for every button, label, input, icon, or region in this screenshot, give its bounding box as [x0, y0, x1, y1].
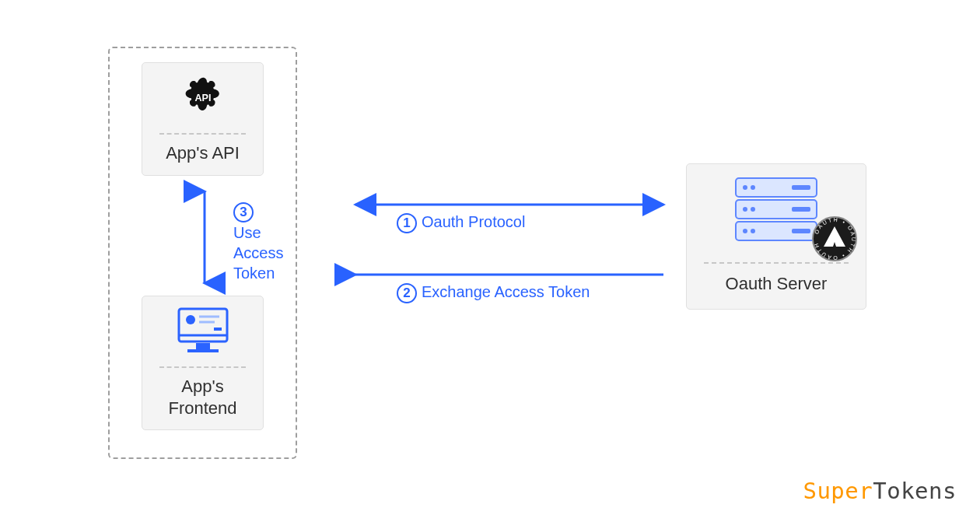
step-1-number: 1: [397, 213, 417, 233]
logo-part1: Super: [803, 478, 873, 504]
svg-rect-4: [187, 349, 219, 352]
arrow-use-token: [196, 188, 213, 286]
frontend-card-label-line2: Frontend: [168, 398, 236, 418]
svg-point-5: [186, 315, 195, 324]
svg-point-17: [751, 229, 755, 233]
svg-rect-8: [214, 328, 222, 331]
step-1-label: 1Oauth Protocol: [397, 213, 525, 233]
arrow-oauth-protocol: [352, 196, 667, 213]
svg-point-15: [751, 207, 755, 212]
oauth-server-card: OAUTH • OAUTH • OAUTH Oauth Server: [686, 163, 866, 310]
svg-point-14: [743, 207, 747, 212]
step-3-text-2: Access: [233, 244, 283, 261]
step-3-text-3: Token: [233, 265, 275, 282]
api-card-label: App's API: [142, 142, 263, 164]
svg-rect-19: [792, 207, 810, 212]
monitor-icon: [142, 296, 263, 365]
supertokens-logo: SuperTokens: [803, 478, 957, 504]
svg-rect-3: [196, 343, 210, 349]
server-stack-icon: OAUTH • OAUTH • OAUTH: [687, 164, 866, 258]
apps-api-card: API App's API: [142, 62, 264, 176]
svg-point-13: [751, 185, 755, 190]
step-2-label: 2Exchange Access Token: [397, 283, 590, 303]
svg-point-12: [743, 185, 747, 190]
svg-rect-20: [792, 229, 810, 233]
apps-frontend-card: App's Frontend: [142, 296, 264, 430]
frontend-card-label-line1: App's: [181, 377, 223, 396]
oauth-server-label: Oauth Server: [687, 273, 866, 295]
svg-rect-1: [179, 309, 227, 342]
svg-text:API: API: [194, 93, 211, 103]
step-1-text: Oauth Protocol: [422, 213, 525, 230]
step-3-number: 3: [233, 202, 254, 222]
svg-rect-18: [792, 185, 810, 190]
api-gear-icon: API: [142, 63, 263, 131]
step-3-text-1: Use: [233, 224, 261, 241]
svg-point-16: [743, 229, 747, 233]
arrow-exchange-token: [352, 266, 667, 283]
logo-part2: Tokens: [873, 478, 957, 504]
step-2-number: 2: [397, 283, 417, 303]
step-2-text: Exchange Access Token: [422, 283, 590, 300]
oauth-badge-icon: OAUTH • OAUTH • OAUTH: [811, 215, 858, 262]
step-3-label: 3 Use Access Token: [233, 201, 283, 283]
